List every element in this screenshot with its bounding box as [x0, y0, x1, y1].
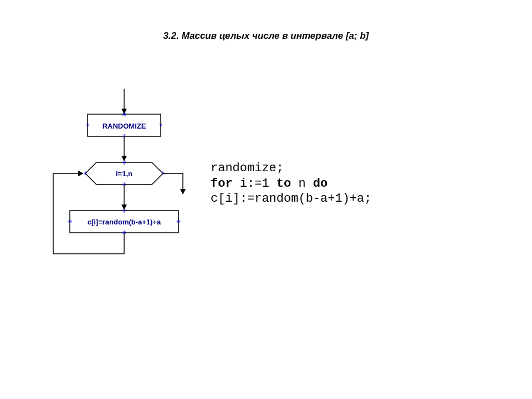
flow-node-assign-label: c[i]=random(b-a+1)+a — [88, 218, 161, 226]
svg-text:✳: ✳ — [122, 160, 126, 166]
flow-node-loop: i=1,n ✳ ✳ ✳ ✳ — [83, 160, 165, 187]
code-mid1: i:=1 — [233, 177, 277, 191]
flow-node-randomize: RANDOMIZE ✳ ✳ ✳ ✳ — [85, 111, 163, 139]
svg-text:✳: ✳ — [158, 122, 163, 128]
flow-arrow-exit — [163, 173, 183, 194]
code-kw-do: do — [313, 177, 328, 191]
svg-text:✳: ✳ — [68, 218, 72, 224]
flow-node-assign: c[i]=random(b-a+1)+a ✳ ✳ ✳ ✳ — [68, 208, 181, 236]
svg-text:✳: ✳ — [122, 208, 126, 214]
svg-text:✳: ✳ — [176, 218, 181, 224]
svg-text:✳: ✳ — [85, 122, 90, 128]
code-kw-to: to — [277, 177, 291, 191]
code-mid2: n — [291, 177, 313, 191]
code-line-3: c[i]:=random(b-a+1)+a; — [211, 192, 371, 206]
svg-text:✳: ✳ — [161, 170, 165, 176]
flow-node-randomize-label: RANDOMIZE — [103, 122, 146, 130]
code-kw-for: for — [211, 177, 233, 191]
svg-text:✳: ✳ — [83, 170, 88, 176]
code-listing: randomize; for i:=1 to n do c[i]:=random… — [211, 161, 371, 207]
svg-text:✳: ✳ — [122, 111, 126, 117]
code-line-1: randomize; — [211, 161, 284, 175]
flow-node-loop-label: i=1,n — [116, 170, 132, 178]
